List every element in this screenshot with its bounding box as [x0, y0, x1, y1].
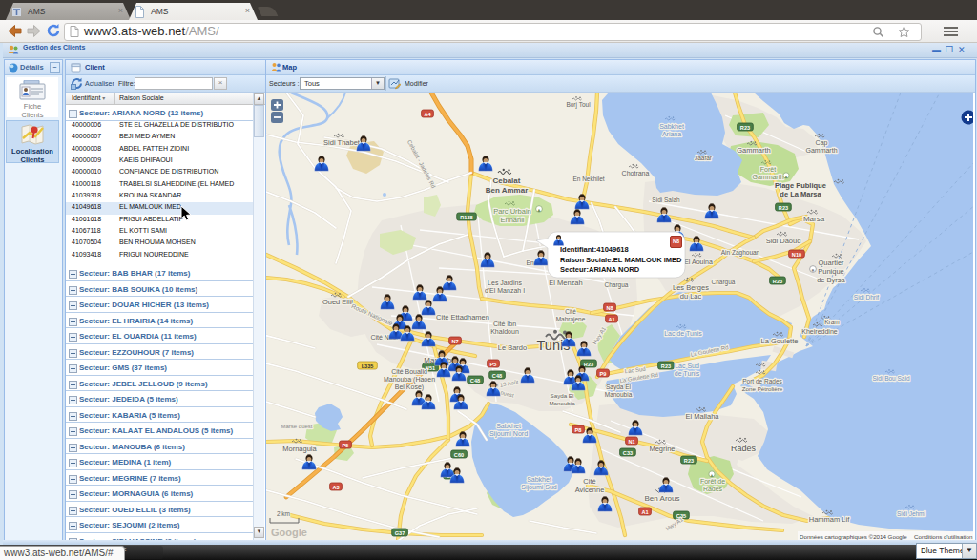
svg-text:Bel Kose): Bel Kose) — [395, 384, 424, 391]
svg-text:●: ● — [811, 267, 814, 273]
svg-text:de Byrsa: de Byrsa — [817, 276, 845, 284]
svg-text:Ariana: Ariana — [662, 131, 681, 137]
svg-text:Sabkhet: Sabkhet — [659, 123, 684, 130]
svg-text:Radès: Radès — [703, 486, 723, 492]
svg-text:Sidi Daoud: Sidi Daoud — [766, 237, 801, 245]
svg-text:Marsa: Marsa — [803, 215, 825, 223]
svg-text:Quartier: Quartier — [818, 259, 844, 267]
svg-text:R23: R23 — [661, 363, 671, 369]
svg-text:C60: C60 — [454, 452, 464, 458]
svg-text:A3: A3 — [332, 485, 339, 490]
svg-text:Borj Toul: Borj Toul — [566, 101, 591, 109]
svg-text:Forêt: Forêt — [760, 166, 776, 173]
svg-text:Sidi Jehmi: Sidi Jehmi — [897, 510, 925, 517]
svg-text:Gammarth: Gammarth — [737, 146, 770, 155]
svg-text:de Tunis: de Tunis — [675, 370, 700, 377]
svg-text:Gammarth: Gammarth — [752, 174, 783, 180]
svg-text:En Nekhilet: En Nekhilet — [572, 176, 604, 182]
svg-text:du Lac: du Lac — [680, 292, 702, 301]
svg-text:Port de Rades: Port de Rades — [742, 378, 782, 384]
svg-text:Google: Google — [271, 527, 307, 538]
svg-text:Cap: Cap — [816, 139, 828, 147]
svg-text:▲: ▲ — [784, 174, 789, 179]
svg-text:Punique: Punique — [818, 267, 844, 276]
svg-text:El Mallaha: El Mallaha — [685, 412, 719, 421]
svg-text:Avicenne: Avicenne — [575, 486, 605, 494]
svg-text:2 km: 2 km — [277, 510, 290, 517]
svg-text:Conditions d'utilisation: Conditions d'utilisation — [914, 533, 973, 540]
svg-text:Cité Ettadhamen: Cité Ettadhamen — [436, 313, 489, 321]
svg-text:G37: G37 — [395, 530, 405, 536]
svg-text:Sabkhet: Sabkhet — [527, 476, 551, 483]
svg-text:Données cartographiques ©2014: Données cartographiques ©2014 Google — [800, 533, 907, 540]
svg-text:P5: P5 — [343, 443, 349, 448]
svg-text:R23: R23 — [584, 362, 593, 367]
svg-text:L335: L335 — [362, 363, 374, 369]
svg-text:de La Marsa: de La Marsa — [780, 190, 821, 198]
svg-text:Khaldoun: Khaldoun — [490, 328, 519, 335]
svg-text:P5: P5 — [490, 362, 497, 367]
svg-text:Ennahli: Ennahli — [500, 216, 524, 224]
svg-text:Le Bardo: Le Bardo — [498, 343, 527, 352]
svg-text:Kram: Kram — [824, 319, 840, 325]
svg-text:▲: ▲ — [710, 472, 715, 478]
svg-text:Lac Sud: Lac Sud — [675, 363, 699, 369]
svg-text:▲: ▲ — [536, 207, 541, 213]
svg-text:Sidi Thabet: Sidi Thabet — [323, 138, 361, 147]
svg-text:N7: N7 — [451, 339, 458, 344]
svg-text:Chotrana: Chotrana — [622, 170, 650, 176]
svg-text:Plage Publique: Plage Publique — [775, 181, 826, 190]
svg-text:Oued Ellil: Oued Ellil — [322, 298, 353, 306]
svg-text:Cité: Cité — [583, 477, 595, 486]
svg-text:P9: P9 — [600, 371, 607, 377]
svg-text:Manoubia: Manoubia — [549, 400, 575, 406]
svg-text:Sidi Bou Said: Sidi Bou Said — [872, 375, 909, 382]
svg-text:Gammarth: Gammarth — [805, 147, 837, 154]
svg-text:Sabkhet: Sabkhet — [496, 423, 521, 429]
svg-text:Kheireddine: Kheireddine — [801, 328, 837, 335]
svg-text:A4: A4 — [424, 112, 431, 117]
svg-text:Sidi Dhrif: Sidi Dhrif — [854, 294, 880, 301]
svg-text:Sayda El: Sayda El — [551, 392, 574, 399]
svg-text:Forêt de: Forêt de — [700, 478, 725, 485]
svg-text:Cité Ibn: Cité Ibn — [493, 321, 516, 327]
svg-text:La Goulette: La Goulette — [761, 337, 799, 345]
svg-text:Mahrajene: Mahrajene — [556, 316, 586, 323]
svg-text:C48: C48 — [470, 378, 480, 384]
svg-text:A1: A1 — [641, 509, 648, 515]
svg-text:Sijoumi Sud: Sijoumi Sud — [521, 484, 556, 491]
svg-text:Lac de Tunis: Lac de Tunis — [664, 330, 702, 337]
svg-text:R23: R23 — [684, 458, 694, 464]
svg-text:Mornaguia: Mornaguia — [282, 445, 317, 453]
svg-text:C48: C48 — [492, 373, 502, 379]
svg-text:Sidi Salah: Sidi Salah — [652, 197, 680, 203]
svg-text:Ben Arous: Ben Arous — [645, 494, 680, 503]
svg-text:Ain Zaghouan: Ain Zaghouan — [721, 249, 760, 257]
svg-text:Cité: Cité — [565, 308, 576, 315]
svg-text:Manoubia: Manoubia — [605, 391, 633, 398]
svg-text:Ben Ammar: Ben Ammar — [486, 186, 529, 195]
svg-text:Parc Urbain: Parc Urbain — [493, 207, 531, 216]
svg-text:d'El Manzah I: d'El Manzah I — [485, 287, 525, 294]
svg-text:Cebalat: Cebalat — [493, 176, 521, 185]
svg-text:Zone Pétrolière: Zone Pétrolière — [742, 385, 783, 392]
svg-text:Les Jardins: Les Jardins — [488, 280, 522, 286]
svg-text:N8: N8 — [606, 305, 613, 311]
svg-text:C33: C33 — [623, 450, 633, 456]
svg-text:Manouba (Haoen: Manouba (Haoen — [384, 376, 435, 384]
svg-text:Marse ouest: Marse ouest — [281, 424, 312, 429]
svg-text:Cité Boualid: Cité Boualid — [391, 368, 427, 375]
svg-text:Jaafar: Jaafar — [695, 155, 713, 161]
svg-text:R23: R23 — [740, 125, 750, 131]
svg-text:N1: N1 — [628, 439, 634, 445]
svg-text:Hammam Lif: Hammam Lif — [809, 515, 850, 524]
svg-text:Sijoumi Nord: Sijoumi Nord — [489, 430, 528, 438]
svg-text:N10: N10 — [792, 252, 801, 258]
svg-text:Chargua: Chargua — [712, 279, 736, 286]
svg-text:R23: R23 — [779, 205, 788, 211]
svg-text:Megrine: Megrine — [649, 445, 675, 453]
svg-text:Sayda El: Sayda El — [606, 384, 632, 391]
svg-text:Rades: Rades — [731, 444, 757, 453]
svg-text:P8: P8 — [575, 427, 582, 433]
svg-text:A1: A1 — [608, 317, 614, 322]
